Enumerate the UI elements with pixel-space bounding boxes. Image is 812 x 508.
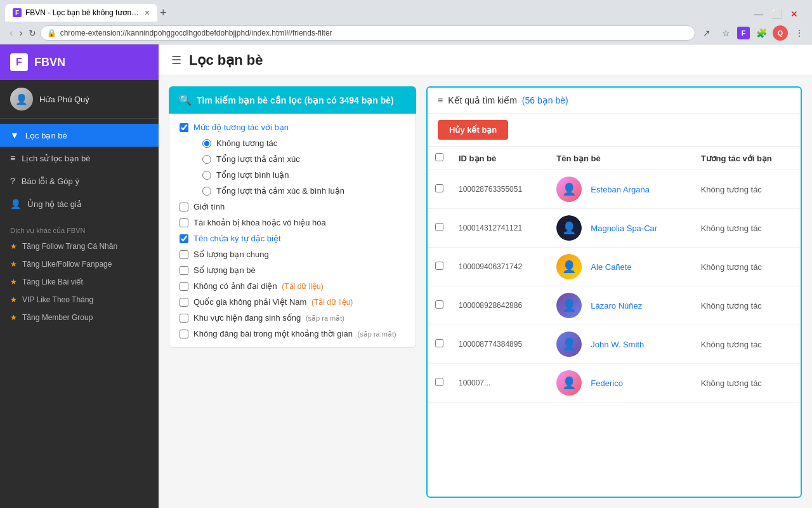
extension-icon[interactable]: F — [737, 27, 750, 39]
sidebar-item-ung-ho[interactable]: 👤 Ủng hộ tác giả — [0, 192, 159, 215]
app-name: FBVN — [34, 56, 65, 69]
filter-special-chars-label[interactable]: Tên chứa ký tự đặc biệt — [193, 234, 281, 243]
friend-id: 100028763355051 — [451, 170, 549, 209]
support-icon: 👤 — [10, 199, 21, 209]
filter-not-vietnam-checkbox[interactable] — [180, 298, 188, 307]
filter-not-vietnam-tag: (Tải dữ liệu) — [311, 298, 353, 307]
avatar-placeholder: 👤 — [556, 215, 582, 241]
friend-status: Không tương tác — [693, 286, 801, 325]
sidebar-header: F FBVN — [0, 44, 159, 80]
friend-name-link[interactable]: Federico — [591, 378, 623, 388]
row-checkbox-cell — [428, 364, 451, 403]
filter-no-post-checkbox[interactable] — [180, 330, 188, 338]
hamburger-icon[interactable]: ☰ — [171, 53, 181, 67]
sidebar-section-label: Dịch vụ khác của FBVN — [0, 220, 159, 237]
filter-not-vietnam-row: Quốc gia không phải Việt Nam (Tải dữ liệ… — [180, 297, 405, 307]
sidebar-service-tang-like-bai[interactable]: ★ Tăng Like Bài viết — [0, 273, 159, 291]
tab-favicon: F — [13, 8, 22, 17]
filter-total-both-row: Tổng lượt thả cảm xúc & bình luận — [202, 186, 405, 196]
friend-name-link[interactable]: John W. Smith — [591, 340, 644, 349]
forward-button[interactable]: › — [17, 27, 24, 39]
filter-special-chars-checkbox[interactable] — [180, 234, 188, 243]
results-actions: Hủy kết bạn — [428, 114, 801, 147]
friend-avatar: 👤 — [556, 215, 582, 241]
sidebar-item-bao-loi[interactable]: ? Báo lỗi & Góp ý — [0, 170, 159, 192]
filter-mutual-friends-label[interactable]: Số lượng bạn chung — [193, 250, 269, 259]
filter-no-avatar-label: Không có ảnh đại diện (Tải dữ liệu) — [193, 281, 324, 291]
sidebar-service-tang-member[interactable]: ★ Tăng Member Group — [0, 309, 159, 326]
close-button[interactable]: ✕ — [787, 6, 802, 22]
friend-id: 100007... — [451, 364, 549, 403]
row-checkbox[interactable] — [435, 184, 443, 192]
filter-location-checkbox[interactable] — [180, 314, 188, 323]
row-checkbox[interactable] — [435, 300, 443, 309]
filter-total-both-label[interactable]: Tổng lượt thả cảm xúc & bình luận — [216, 186, 344, 196]
extensions-button[interactable]: 🧩 — [754, 25, 769, 41]
filter-mutual-interaction-checkbox[interactable] — [180, 123, 188, 132]
friend-name-link[interactable]: Esteban Argaña — [591, 185, 650, 194]
menu-button[interactable]: ⋮ — [792, 25, 807, 41]
filter-gender-label[interactable]: Giới tính — [193, 202, 225, 211]
filter-location-label: Khu vực hiện đang sinh sống (sắp ra mắt) — [193, 313, 344, 323]
sidebar-item-loc-ban-be[interactable]: ▼ Lọc bạn bè — [0, 124, 159, 147]
profile-button[interactable]: Q — [773, 25, 788, 41]
friend-id: 100009406371742 — [451, 248, 549, 286]
avatar-image: 👤 — [10, 88, 33, 110]
friend-name-cell: 👤 Ale Cañete — [549, 248, 693, 286]
filter-total-comments-radio[interactable] — [202, 171, 211, 180]
browser-tab[interactable]: F FBVN - Lọc bạn bè không tương tác × — [5, 4, 157, 22]
back-button[interactable]: ‹ — [8, 27, 15, 39]
filter-total-comments-label[interactable]: Tổng lượt bình luận — [216, 170, 289, 180]
sidebar-service-vip-like[interactable]: ★ VIP Like Theo Tháng — [0, 291, 159, 309]
table-row: 100014312741121 👤 Magnolia Spa-Car Không… — [428, 209, 801, 248]
refresh-button[interactable]: ↻ — [29, 28, 36, 38]
star-icon: ★ — [10, 260, 17, 269]
sidebar-service-tang-like-follow[interactable]: ★ Tăng Like/Follow Fanpage — [0, 255, 159, 273]
filter-no-interaction-row: Không tương tác — [202, 138, 405, 148]
col-interaction: Tương tác với bạn — [693, 147, 801, 170]
filter-locked-label[interactable]: Tài khoản bị khóa hoặc vô hiệu hóa — [193, 218, 326, 227]
filter-no-interaction-label[interactable]: Không tương tác — [216, 138, 277, 148]
filter-locked-checkbox[interactable] — [180, 218, 188, 227]
filter-total-reactions-label[interactable]: Tổng lượt thả cảm xúc — [216, 154, 300, 164]
filter-mutual-friends-checkbox[interactable] — [180, 250, 188, 259]
unfriend-button[interactable]: Hủy kết bạn — [438, 120, 508, 140]
friend-id: 100008774384895 — [451, 325, 549, 364]
filter-no-avatar-checkbox[interactable] — [180, 282, 188, 291]
share-button[interactable]: ↗ — [699, 25, 714, 41]
filter-icon: ▼ — [10, 130, 19, 140]
friend-name-link[interactable]: Magnolia Spa-Car — [591, 224, 657, 233]
star-icon: ★ — [10, 313, 17, 322]
sidebar-item-lich-su[interactable]: ≡ Lịch sử lọc bạn bè — [0, 147, 159, 170]
address-bar[interactable]: 🔒 chrome-extension://kannindpohggocdlhgo… — [40, 25, 695, 41]
sidebar-service-tang-follow[interactable]: ★ Tăng Follow Trang Cá Nhân — [0, 237, 159, 255]
friend-name-link[interactable]: Lázaro Núñez — [591, 301, 642, 311]
filter-no-interaction-radio[interactable] — [202, 139, 211, 148]
row-checkbox[interactable] — [435, 339, 443, 347]
address-text: chrome-extension://kannindpohggocdlhgodb… — [60, 29, 332, 37]
friend-status: Không tương tác — [693, 209, 801, 248]
friend-name-cell: 👤 Magnolia Spa-Car — [549, 209, 693, 248]
report-icon: ? — [10, 176, 15, 186]
bookmark-button[interactable]: ☆ — [718, 25, 733, 41]
filter-friends-count-checkbox[interactable] — [180, 266, 188, 275]
new-tab-button[interactable]: + — [160, 4, 167, 22]
select-all-checkbox[interactable] — [435, 153, 443, 161]
friend-name-link[interactable]: Ale Cañete — [591, 262, 631, 272]
row-checkbox[interactable] — [435, 262, 443, 270]
row-checkbox[interactable] — [435, 378, 443, 386]
filter-not-vietnam-label: Quốc gia không phải Việt Nam (Tải dữ liệ… — [193, 297, 353, 307]
avatar-placeholder: 👤 — [556, 370, 582, 396]
filter-total-reactions-radio[interactable] — [202, 155, 211, 164]
filter-total-both-radio[interactable] — [202, 187, 211, 196]
row-checkbox[interactable] — [435, 223, 443, 231]
results-header-label: Kết quả tìm kiếm — [448, 95, 517, 105]
maximize-button[interactable]: ⬜ — [769, 6, 784, 22]
search-icon: 🔍 — [179, 94, 192, 106]
tab-close-button[interactable]: × — [145, 8, 150, 18]
filter-mutual-interaction-label[interactable]: Mức độ tương tác với bạn — [193, 123, 289, 132]
filter-friends-count-label[interactable]: Số lượng bạn bè — [193, 265, 256, 275]
minimize-button[interactable]: — — [751, 6, 766, 22]
friend-name-cell: 👤 Federico — [549, 364, 693, 403]
filter-gender-checkbox[interactable] — [180, 203, 188, 211]
